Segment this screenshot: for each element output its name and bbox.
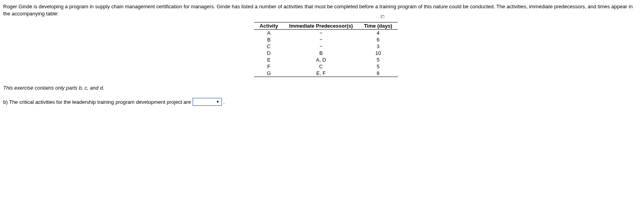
cell-predecessors: A, D [284,56,358,63]
cell-predecessors: E, F [284,70,358,77]
table-row: F C 5 [254,63,398,70]
table-row: A − 4 [254,30,398,37]
chevron-down-icon: ▼ [215,99,221,105]
cell-activity: D [254,50,284,56]
activity-table: Activity Immediate Predecessor(s) Time (… [254,22,398,77]
cell-time: 10 [358,50,398,56]
cell-time: 5 [358,56,398,63]
cell-activity: B [254,36,284,43]
cell-time: 3 [358,43,398,50]
table-row: C − 3 [254,43,398,50]
activity-table-container: Activity Immediate Predecessor(s) Time (… [3,22,641,77]
cell-predecessors: − [284,36,358,43]
table-header-row: Activity Immediate Predecessor(s) Time (… [254,22,398,30]
header-activity: Activity [254,22,284,30]
cell-time: 5 [358,63,398,70]
cell-predecessors: − [284,43,358,50]
problem-statement: Roger Ginde is developing a program in s… [3,3,641,17]
svg-rect-1 [382,16,384,18]
expand-icon[interactable] [380,15,384,18]
cell-activity: A [254,30,284,37]
cell-predecessors: B [284,50,358,56]
cell-activity: G [254,70,284,77]
table-row: B − 6 [254,36,398,43]
table-row: D B 10 [254,50,398,56]
cell-activity: F [254,63,284,70]
question-b-text: b) The critical activities for the leade… [3,99,191,105]
cell-predecessors: C [284,63,358,70]
critical-activities-select[interactable]: ▼ [193,98,222,106]
cell-activity: E [254,56,284,63]
header-predecessors: Immediate Predecessor(s) [284,22,358,30]
parts-note: This exercise contains only parts b, c, … [3,85,641,91]
cell-time: 6 [358,36,398,43]
header-time: Time (days) [358,22,398,30]
table-row: G E, F 8 [254,70,398,77]
cell-activity: C [254,43,284,50]
cell-time: 4 [358,30,398,37]
cell-time: 8 [358,70,398,77]
question-b: b) The critical activities for the leade… [3,98,641,106]
question-b-suffix: . [223,99,225,105]
table-row: E A, D 5 [254,56,398,63]
cell-predecessors: − [284,30,358,37]
